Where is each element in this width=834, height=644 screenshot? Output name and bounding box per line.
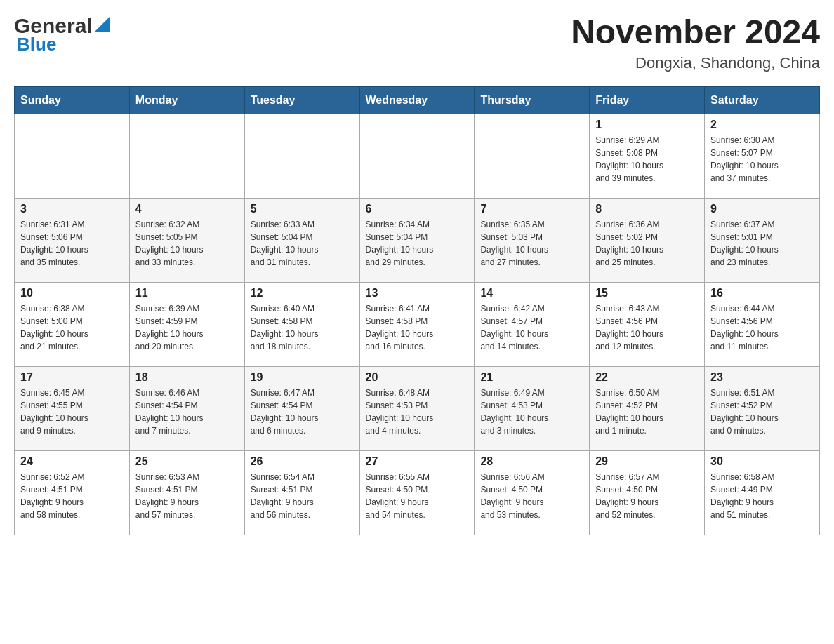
day-number: 17 (20, 371, 124, 384)
day-number: 5 (251, 203, 354, 215)
day-number: 25 (135, 455, 239, 468)
day-number: 19 (251, 371, 354, 384)
day-cell (244, 114, 359, 198)
day-info: Sunrise: 6:45 AM Sunset: 4:55 PM Dayligh… (20, 387, 124, 437)
day-info: Sunrise: 6:49 AM Sunset: 4:53 PM Dayligh… (480, 387, 583, 437)
day-number: 8 (595, 203, 699, 215)
day-cell: 17Sunrise: 6:45 AM Sunset: 4:55 PM Dayli… (15, 366, 130, 450)
week-row-5: 24Sunrise: 6:52 AM Sunset: 4:51 PM Dayli… (15, 450, 820, 535)
day-number: 26 (251, 455, 354, 468)
day-cell: 2Sunrise: 6:30 AM Sunset: 5:07 PM Daylig… (705, 114, 820, 198)
col-thursday: Thursday (475, 86, 590, 114)
day-info: Sunrise: 6:46 AM Sunset: 4:54 PM Dayligh… (135, 387, 239, 437)
day-cell: 8Sunrise: 6:36 AM Sunset: 5:02 PM Daylig… (590, 198, 705, 282)
day-cell: 7Sunrise: 6:35 AM Sunset: 5:03 PM Daylig… (475, 198, 590, 282)
day-number: 28 (480, 455, 583, 468)
day-cell: 21Sunrise: 6:49 AM Sunset: 4:53 PM Dayli… (475, 366, 590, 450)
day-cell (129, 114, 244, 198)
col-sunday: Sunday (15, 86, 130, 114)
day-number: 3 (20, 203, 124, 215)
week-row-3: 10Sunrise: 6:38 AM Sunset: 5:00 PM Dayli… (15, 282, 820, 366)
logo-triangle-icon (94, 17, 110, 32)
day-cell: 14Sunrise: 6:42 AM Sunset: 4:57 PM Dayli… (475, 282, 590, 366)
day-number: 2 (710, 119, 814, 131)
day-number: 1 (595, 119, 699, 131)
day-info: Sunrise: 6:55 AM Sunset: 4:50 PM Dayligh… (366, 471, 469, 521)
day-cell: 20Sunrise: 6:48 AM Sunset: 4:53 PM Dayli… (359, 366, 475, 450)
week-row-2: 3Sunrise: 6:31 AM Sunset: 5:06 PM Daylig… (15, 198, 820, 282)
day-cell: 15Sunrise: 6:43 AM Sunset: 4:56 PM Dayli… (590, 282, 705, 366)
day-cell: 1Sunrise: 6:29 AM Sunset: 5:08 PM Daylig… (590, 114, 705, 198)
logo-blue: Blue (14, 34, 56, 55)
day-cell: 22Sunrise: 6:50 AM Sunset: 4:52 PM Dayli… (590, 366, 705, 450)
day-number: 6 (366, 203, 469, 215)
day-number: 9 (710, 203, 814, 215)
day-cell: 19Sunrise: 6:47 AM Sunset: 4:54 PM Dayli… (244, 366, 359, 450)
day-cell: 5Sunrise: 6:33 AM Sunset: 5:04 PM Daylig… (244, 198, 359, 282)
day-info: Sunrise: 6:53 AM Sunset: 4:51 PM Dayligh… (135, 471, 239, 521)
month-title: November 2024 (571, 14, 820, 51)
day-info: Sunrise: 6:32 AM Sunset: 5:05 PM Dayligh… (135, 218, 239, 269)
day-cell: 11Sunrise: 6:39 AM Sunset: 4:59 PM Dayli… (129, 282, 244, 366)
day-number: 21 (480, 371, 583, 384)
day-info: Sunrise: 6:31 AM Sunset: 5:06 PM Dayligh… (20, 218, 124, 269)
day-info: Sunrise: 6:48 AM Sunset: 4:53 PM Dayligh… (366, 387, 469, 437)
day-cell (15, 114, 130, 198)
day-cell: 23Sunrise: 6:51 AM Sunset: 4:52 PM Dayli… (705, 366, 820, 450)
title-section: November 2024 Dongxia, Shandong, China (571, 14, 820, 72)
day-info: Sunrise: 6:39 AM Sunset: 4:59 PM Dayligh… (135, 302, 239, 353)
day-info: Sunrise: 6:54 AM Sunset: 4:51 PM Dayligh… (251, 471, 354, 521)
day-cell: 13Sunrise: 6:41 AM Sunset: 4:58 PM Dayli… (359, 282, 475, 366)
day-number: 24 (20, 455, 124, 468)
day-number: 7 (480, 203, 583, 215)
day-cell: 18Sunrise: 6:46 AM Sunset: 4:54 PM Dayli… (129, 366, 244, 450)
day-cell: 10Sunrise: 6:38 AM Sunset: 5:00 PM Dayli… (15, 282, 130, 366)
day-number: 23 (710, 371, 814, 384)
week-row-4: 17Sunrise: 6:45 AM Sunset: 4:55 PM Dayli… (15, 366, 820, 450)
day-info: Sunrise: 6:34 AM Sunset: 5:04 PM Dayligh… (366, 218, 469, 269)
day-info: Sunrise: 6:43 AM Sunset: 4:56 PM Dayligh… (595, 302, 699, 353)
day-info: Sunrise: 6:41 AM Sunset: 4:58 PM Dayligh… (366, 302, 469, 353)
day-info: Sunrise: 6:44 AM Sunset: 4:56 PM Dayligh… (710, 302, 814, 353)
day-cell: 29Sunrise: 6:57 AM Sunset: 4:50 PM Dayli… (590, 450, 705, 535)
day-cell: 28Sunrise: 6:56 AM Sunset: 4:50 PM Dayli… (475, 450, 590, 535)
day-info: Sunrise: 6:51 AM Sunset: 4:52 PM Dayligh… (710, 387, 814, 437)
col-monday: Monday (129, 86, 244, 114)
day-cell: 3Sunrise: 6:31 AM Sunset: 5:06 PM Daylig… (15, 198, 130, 282)
svg-marker-0 (94, 17, 110, 32)
calendar-header-row: Sunday Monday Tuesday Wednesday Thursday… (15, 86, 820, 114)
day-cell: 4Sunrise: 6:32 AM Sunset: 5:05 PM Daylig… (129, 198, 244, 282)
day-cell: 16Sunrise: 6:44 AM Sunset: 4:56 PM Dayli… (705, 282, 820, 366)
day-info: Sunrise: 6:47 AM Sunset: 4:54 PM Dayligh… (251, 387, 354, 437)
day-cell (475, 114, 590, 198)
col-wednesday: Wednesday (359, 86, 475, 114)
day-cell: 27Sunrise: 6:55 AM Sunset: 4:50 PM Dayli… (359, 450, 475, 535)
day-info: Sunrise: 6:38 AM Sunset: 5:00 PM Dayligh… (20, 302, 124, 353)
logo: General Blue (14, 14, 110, 55)
location: Dongxia, Shandong, China (571, 54, 820, 72)
day-info: Sunrise: 6:37 AM Sunset: 5:01 PM Dayligh… (710, 218, 814, 269)
day-info: Sunrise: 6:58 AM Sunset: 4:49 PM Dayligh… (710, 471, 814, 521)
day-info: Sunrise: 6:30 AM Sunset: 5:07 PM Dayligh… (710, 134, 814, 185)
day-cell: 26Sunrise: 6:54 AM Sunset: 4:51 PM Dayli… (244, 450, 359, 535)
day-number: 27 (366, 455, 469, 468)
day-cell: 12Sunrise: 6:40 AM Sunset: 4:58 PM Dayli… (244, 282, 359, 366)
col-tuesday: Tuesday (244, 86, 359, 114)
day-number: 12 (251, 287, 354, 300)
day-number: 11 (135, 287, 239, 300)
day-number: 29 (595, 455, 699, 468)
day-info: Sunrise: 6:36 AM Sunset: 5:02 PM Dayligh… (595, 218, 699, 269)
day-info: Sunrise: 6:56 AM Sunset: 4:50 PM Dayligh… (480, 471, 583, 521)
day-number: 13 (366, 287, 469, 300)
page-header: General Blue November 2024 Dongxia, Shan… (14, 14, 820, 72)
day-info: Sunrise: 6:42 AM Sunset: 4:57 PM Dayligh… (480, 302, 583, 353)
day-cell: 30Sunrise: 6:58 AM Sunset: 4:49 PM Dayli… (705, 450, 820, 535)
day-number: 10 (20, 287, 124, 300)
day-cell: 9Sunrise: 6:37 AM Sunset: 5:01 PM Daylig… (705, 198, 820, 282)
col-saturday: Saturday (705, 86, 820, 114)
day-info: Sunrise: 6:35 AM Sunset: 5:03 PM Dayligh… (480, 218, 583, 269)
col-friday: Friday (590, 86, 705, 114)
day-cell (359, 114, 475, 198)
day-number: 15 (595, 287, 699, 300)
day-number: 16 (710, 287, 814, 300)
